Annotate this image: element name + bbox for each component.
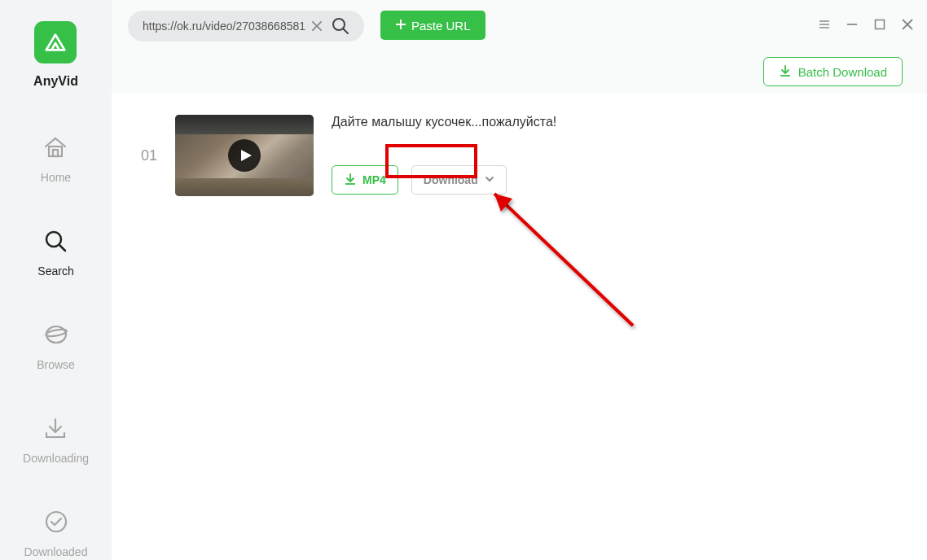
plus-icon [395, 19, 406, 33]
main-area: Paste URL Batch Download 01 0 [112, 0, 927, 560]
menu-icon[interactable] [818, 18, 831, 31]
paste-url-button[interactable]: Paste URL [380, 11, 485, 40]
app-name-label: AnyVid [33, 74, 78, 89]
result-item: 01 00:13 Дайте малышу кусочек...пожалуйс… [141, 115, 898, 196]
downloading-icon [42, 415, 68, 444]
sidebar-item-downloading[interactable]: Downloading [23, 415, 89, 465]
svg-rect-17 [876, 20, 885, 29]
svg-point-6 [46, 512, 66, 532]
sidebar-item-label: Browse [37, 358, 75, 371]
download-icon [344, 173, 357, 188]
svg-marker-24 [494, 194, 512, 212]
video-title: Дайте малышу кусочек...пожалуйста! [332, 115, 556, 129]
sidebar-item-label: Search [37, 265, 73, 278]
url-input[interactable] [143, 20, 310, 33]
sidebar-item-label: Home [41, 171, 71, 184]
maximize-icon[interactable] [873, 18, 886, 31]
topbar: Paste URL Batch Download [112, 0, 927, 94]
batch-download-label: Batch Download [798, 65, 887, 79]
svg-rect-1 [53, 150, 58, 156]
check-circle-icon [43, 509, 69, 538]
search-submit-icon[interactable] [331, 16, 350, 36]
play-icon[interactable] [228, 139, 261, 172]
video-thumbnail[interactable]: 00:13 [175, 115, 314, 196]
sidebar-item-browse[interactable]: Browse [37, 322, 75, 371]
sidebar: AnyVid Home Search Browse Downloading Do… [0, 0, 112, 560]
window-controls [818, 18, 914, 31]
chevron-down-icon [485, 173, 494, 186]
svg-line-10 [344, 29, 349, 34]
result-meta: Дайте малышу кусочек...пожалуйста! MP4 D… [332, 115, 556, 195]
svg-line-3 [59, 245, 65, 251]
result-actions: MP4 Download [332, 165, 556, 195]
sidebar-item-label: Downloading [23, 452, 89, 465]
mp4-label: MP4 [362, 173, 386, 186]
sidebar-nav: Home Search Browse Downloading Downloade… [0, 134, 112, 558]
svg-line-23 [494, 194, 633, 326]
mp4-button[interactable]: MP4 [332, 165, 398, 195]
minimize-icon[interactable] [846, 18, 859, 31]
batch-download-button[interactable]: Batch Download [763, 57, 903, 86]
sidebar-item-label: Downloaded [24, 545, 88, 558]
annotation-arrow [470, 179, 649, 334]
download-dropdown[interactable]: Download [411, 165, 507, 195]
download-label: Download [424, 173, 478, 186]
globe-icon [43, 322, 69, 351]
search-field-wrap [128, 11, 364, 42]
search-icon [42, 228, 68, 257]
results-list: 01 00:13 Дайте малышу кусочек...пожалуйс… [112, 94, 927, 560]
sidebar-item-downloaded[interactable]: Downloaded [24, 509, 88, 558]
paste-url-label: Paste URL [411, 19, 471, 33]
home-icon [42, 134, 68, 164]
close-icon[interactable] [901, 18, 914, 31]
result-index: 01 [141, 147, 157, 164]
download-icon [779, 64, 792, 80]
clear-input-icon[interactable] [310, 19, 324, 33]
svg-rect-0 [49, 147, 62, 156]
sidebar-item-home[interactable]: Home [41, 134, 71, 184]
duration-badge: 00:13 [275, 180, 310, 193]
app-logo-icon [34, 21, 77, 63]
svg-marker-21 [241, 150, 252, 161]
sidebar-item-search[interactable]: Search [37, 228, 73, 278]
logo-block: AnyVid [33, 21, 78, 89]
